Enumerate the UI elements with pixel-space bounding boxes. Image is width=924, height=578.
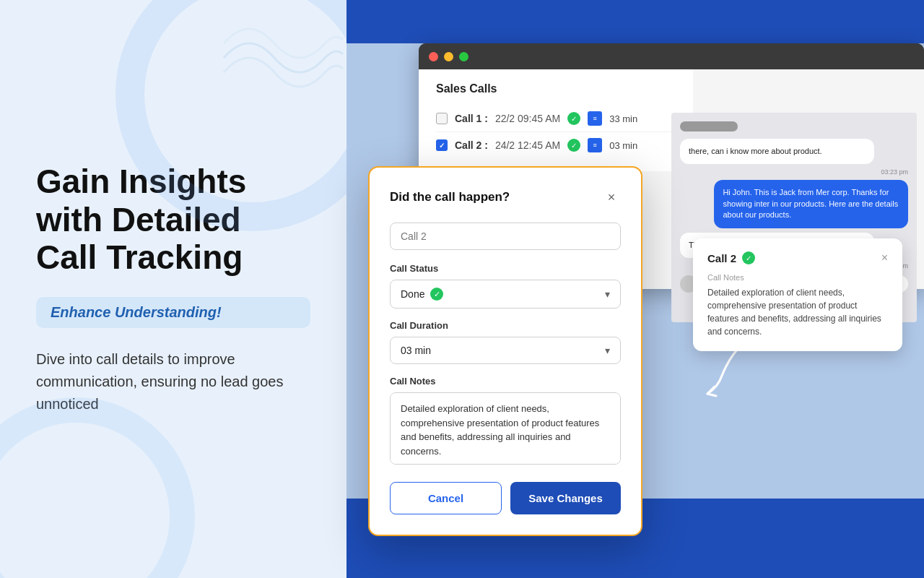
call1-checkbox[interactable] <box>436 113 448 124</box>
blue-top-bar <box>346 0 924 43</box>
cancel-button[interactable]: Cancel <box>390 482 502 514</box>
call-row-2: Call 2 : 24/2 12:45 AM ✓ ≡ 03 min <box>436 131 676 158</box>
online-badge <box>680 121 738 131</box>
modal-dialog: Did the call happen? × Call Status Done … <box>368 166 642 536</box>
call2-tooltip-close-button[interactable]: × <box>881 251 888 264</box>
save-changes-button[interactable]: Save Changes <box>510 482 621 514</box>
sales-calls-title: Sales Calls <box>436 82 676 95</box>
modal-close-button[interactable]: × <box>602 188 621 207</box>
call-status-done-icon: ✓ <box>430 288 443 301</box>
call2-time: 24/2 12:45 AM <box>495 139 560 151</box>
call2-notes-icon[interactable]: ≡ <box>588 138 602 152</box>
call-duration-select[interactable]: 03 min ▾ <box>390 337 621 364</box>
description-text: Dive into call details to improve commun… <box>36 348 310 415</box>
call1-duration: 33 min <box>609 113 637 124</box>
call1-time: 22/2 09:45 AM <box>495 113 560 124</box>
call-duration-select-wrapper: 03 min ▾ <box>390 337 621 364</box>
call-notes-textarea[interactable]: Detailed exploration of client needs, co… <box>390 392 621 465</box>
call-duration-chevron: ▾ <box>605 345 610 356</box>
chat-bubble-2: Hi John. This is Jack from Mer corp. Tha… <box>714 180 908 228</box>
call1-notes-icon[interactable]: ≡ <box>588 111 602 126</box>
traffic-light-red[interactable] <box>429 52 438 61</box>
call2-done-icon: ✓ <box>567 139 580 152</box>
call-status-select-wrapper: Done ✓ ▾ <box>390 280 621 309</box>
browser-titlebar <box>419 43 924 69</box>
call1-done-icon: ✓ <box>567 112 580 125</box>
sales-calls-panel: Sales Calls Call 1 : 22/2 09:45 AM ✓ ≡ 3… <box>419 69 693 171</box>
call2-checkbox[interactable] <box>436 139 448 151</box>
call2-duration: 03 min <box>609 140 637 151</box>
call2-label: Call 2 : <box>455 139 488 151</box>
call-duration-label: Call Duration <box>390 320 621 331</box>
call2-tooltip-check: ✓ <box>742 251 755 264</box>
chat-bubble-1: there, can i know more about product. <box>680 139 874 164</box>
call-name-input[interactable] <box>390 223 621 250</box>
call-row-1: Call 1 : 22/2 09:45 AM ✓ ≡ 33 min <box>436 105 676 131</box>
call-status-chevron: ▾ <box>605 288 610 300</box>
chat-time-1: 03:23 pm <box>680 168 908 176</box>
call1-label: Call 1 : <box>455 113 488 124</box>
wave-decoration <box>217 14 346 101</box>
left-panel: Gain Insights with Detailed Call Trackin… <box>0 0 346 578</box>
call-notes-label: Call Notes <box>390 376 621 387</box>
modal-title: Did the call happen? <box>390 190 510 204</box>
modal-header: Did the call happen? × <box>390 188 621 207</box>
modal-footer: Cancel Save Changes <box>390 482 621 514</box>
main-title: Gain Insights with Detailed Call Trackin… <box>36 163 310 277</box>
call2-notes-text: Detailed exploration of client needs, co… <box>707 286 888 338</box>
traffic-light-green[interactable] <box>459 52 468 61</box>
call-status-select[interactable]: Done ✓ ▾ <box>390 280 621 309</box>
call2-tooltip: Call 2 ✓ × Call Notes Detailed explorati… <box>693 238 902 351</box>
call-duration-value: 03 min <box>401 345 431 356</box>
traffic-light-yellow[interactable] <box>444 52 453 61</box>
enhance-badge: Enhance Understanding! <box>36 297 310 328</box>
call-status-value: Done <box>401 288 424 300</box>
call2-tooltip-header: Call 2 ✓ × <box>707 251 888 264</box>
call-status-label: Call Status <box>390 263 621 274</box>
call2-tooltip-title: Call 2 <box>707 252 736 264</box>
call2-notes-label: Call Notes <box>707 273 888 282</box>
